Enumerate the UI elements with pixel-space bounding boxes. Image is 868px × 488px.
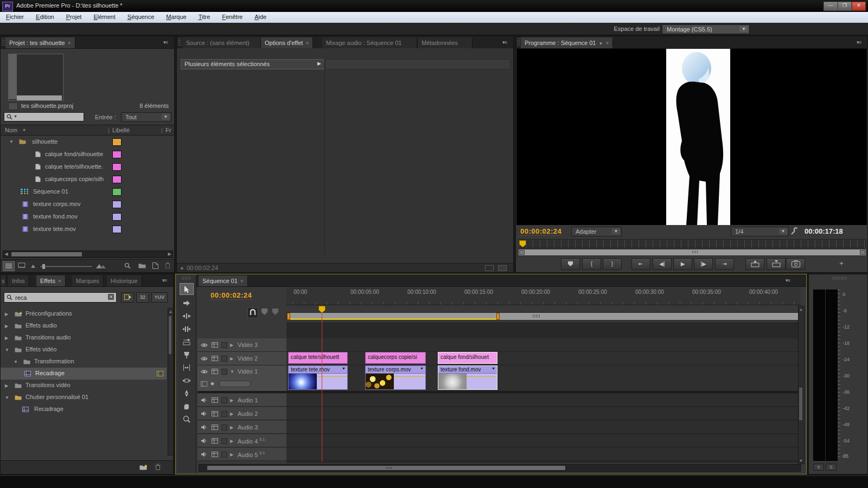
track-content-audio2[interactable] xyxy=(286,407,801,420)
timeline-playhead-line[interactable] xyxy=(322,305,322,462)
thumbnail-zoom-slider[interactable] xyxy=(40,265,93,268)
project-row-calque-tete[interactable]: calque tete/silhouette. xyxy=(1,160,174,173)
timeline-current-timecode[interactable]: 00:00:02:24 xyxy=(210,291,252,300)
chevron-right-icon[interactable]: ▶ xyxy=(230,412,233,416)
program-mini-ruler[interactable] xyxy=(518,239,866,248)
program-zoom-scrollbar[interactable] xyxy=(518,249,866,256)
ripple-edit-tool[interactable] xyxy=(180,310,194,322)
column-libelle[interactable]: Libellé xyxy=(112,127,130,133)
panel-grip[interactable] xyxy=(178,38,181,46)
chevron-right-icon[interactable]: ▶ xyxy=(230,343,233,348)
accelerated-effects-button[interactable] xyxy=(121,292,134,303)
trash-icon[interactable] xyxy=(155,464,161,471)
clip-texture-tete[interactable]: texture tete.mov▼ xyxy=(288,365,348,390)
tab-metadonnees[interactable]: Métadonnées xyxy=(418,37,473,48)
track-content-video2[interactable]: calque tete/silhouett calquecorps copie/… xyxy=(286,352,801,365)
speaker-icon[interactable] xyxy=(201,438,207,444)
panel-menu-icon[interactable]: ▾≡ xyxy=(853,39,864,46)
effects-bin-transitions-audio[interactable]: ▶ Transitions audio xyxy=(1,332,167,344)
track-header-audio3[interactable]: ▶ Audio 3 xyxy=(197,421,287,434)
tab-options-effet[interactable]: Options d'effet× xyxy=(261,37,313,48)
track-header-video1[interactable]: ▼ Vidéo 1 ◆ xyxy=(197,365,287,391)
scroll-down-icon[interactable]: ▼ xyxy=(799,459,803,463)
set-encore-marker-icon[interactable] xyxy=(261,309,267,315)
track-header-audio2[interactable]: ▶ Audio 2 xyxy=(197,407,287,420)
scrollbar-handle[interactable] xyxy=(11,252,82,257)
track-content-audio1[interactable] xyxy=(286,394,801,407)
display-style-icon[interactable] xyxy=(212,452,218,457)
chevron-right-icon[interactable]: ▶ xyxy=(230,356,233,361)
solo-left-button[interactable]: S xyxy=(813,464,824,471)
track-content-audio5[interactable] xyxy=(286,448,801,461)
chevron-down-icon[interactable]: ▼ xyxy=(598,41,603,46)
column-fr[interactable]: Fr xyxy=(165,127,171,133)
timeline-horizontal-scrollbar[interactable] xyxy=(199,464,801,472)
label-color-chip[interactable] xyxy=(112,138,122,146)
speaker-icon[interactable] xyxy=(201,452,207,457)
scroll-left-icon[interactable]: ◀ xyxy=(3,252,9,256)
effects-bin-transitions-video[interactable]: ▶ Transitions vidéo xyxy=(1,380,167,391)
timeline-vertical-scrollbar[interactable]: ▲ ▼ xyxy=(798,306,805,464)
playback-resolution-select[interactable]: 1/4▼ xyxy=(731,227,789,236)
play-button[interactable]: ▶ xyxy=(673,258,692,270)
track-lock-toggle[interactable] xyxy=(221,452,227,458)
scroll-up-icon[interactable]: ▲ xyxy=(799,307,803,311)
project-row-texture-corps[interactable]: texture corps.mov xyxy=(1,198,174,210)
effects-vertical-scrollbar[interactable]: ▲ xyxy=(168,308,174,455)
display-style-icon[interactable] xyxy=(212,438,218,444)
toggle-audio-icon[interactable] xyxy=(485,265,494,271)
track-content-audio4[interactable] xyxy=(286,434,801,447)
chevron-right-icon[interactable]: ▶ xyxy=(230,439,233,444)
clip-texture-fond[interactable]: texture fond.mov▼ xyxy=(438,365,497,390)
menu-fenetre[interactable]: Fenêtre xyxy=(216,12,248,23)
track-header-video2[interactable]: ▶ Vidéo 2 xyxy=(197,352,287,365)
mark-out-button[interactable]: } xyxy=(603,258,622,270)
track-content-video1[interactable]: texture tete.mov▼ texture corps.mov▼ tex… xyxy=(286,365,801,391)
close-icon[interactable]: × xyxy=(605,40,609,46)
chevron-right-icon[interactable]: ▶ xyxy=(5,324,8,329)
display-style-icon[interactable] xyxy=(212,369,218,374)
effects-bin-effets-video[interactable]: ▼ Effets vidéo xyxy=(1,344,167,356)
label-color-chip[interactable] xyxy=(112,213,122,221)
menu-element[interactable]: Elément xyxy=(87,12,121,23)
chevron-right-icon[interactable]: ▶ xyxy=(5,336,8,341)
tab-historique[interactable]: Historique xyxy=(107,275,142,286)
tab-mixage-audio[interactable]: Mixage audio : Séquence 01 xyxy=(322,37,417,48)
rate-stretch-tool[interactable] xyxy=(180,336,194,348)
eye-icon[interactable] xyxy=(201,369,208,374)
keyframe-diamond-icon[interactable]: ◆ xyxy=(210,381,214,386)
new-item-button[interactable] xyxy=(152,262,158,269)
slip-tool[interactable] xyxy=(180,362,194,374)
effects-bin-transformation[interactable]: ▼ Transformation xyxy=(1,356,167,368)
keyframe-nav-slider[interactable] xyxy=(219,381,251,387)
label-color-chip[interactable] xyxy=(112,176,122,183)
track-lock-toggle[interactable] xyxy=(221,342,227,348)
tab-projet[interactable]: Projet : tes silhouette× xyxy=(5,37,75,48)
project-row-texture-tete[interactable]: texture tete.mov xyxy=(1,223,174,235)
icon-view-button[interactable] xyxy=(18,262,25,269)
label-color-chip[interactable] xyxy=(112,188,122,196)
new-bin-button[interactable] xyxy=(138,263,146,268)
yuv-filter-button[interactable]: YUV xyxy=(151,292,168,303)
project-row-sequence01[interactable]: Séquence 01 xyxy=(1,185,174,198)
effects-search-input[interactable]: reca ✕ xyxy=(4,292,117,303)
slider-handle[interactable] xyxy=(42,264,45,269)
scrollbar-end-handle[interactable] xyxy=(519,250,525,255)
tab-infos[interactable]: Infos xyxy=(8,275,29,286)
zoom-tool[interactable] xyxy=(180,413,194,425)
entry-filter-select[interactable]: Tout▼ xyxy=(121,112,171,122)
menu-projet[interactable]: Projet xyxy=(60,12,88,23)
track-lock-toggle[interactable] xyxy=(221,411,227,417)
tab-marques[interactable]: Marques xyxy=(72,275,104,286)
solo-right-button[interactable]: S xyxy=(826,464,837,471)
clip-fx-chevron[interactable]: ▼ xyxy=(420,367,424,370)
tab-partial[interactable]: s xyxy=(1,275,7,286)
display-style-icon[interactable] xyxy=(212,411,218,416)
tab-source[interactable]: Source : (sans élément) xyxy=(182,37,261,48)
track-header-audio1[interactable]: ▶ Audio 1 xyxy=(197,394,287,407)
export-frame-button[interactable] xyxy=(786,258,805,270)
toggle-effects-icon[interactable] xyxy=(498,265,507,271)
display-style-icon[interactable] xyxy=(212,342,218,348)
new-custom-bin-icon[interactable]: ★ xyxy=(139,464,147,470)
effects-item-recadrage-custom[interactable]: Recadrage xyxy=(1,403,167,415)
